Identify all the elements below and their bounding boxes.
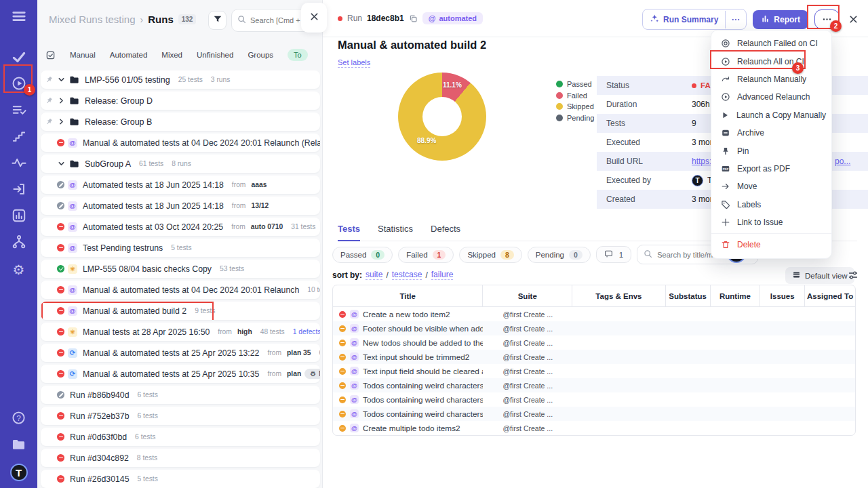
sort-by-failure[interactable]: failure (431, 270, 454, 280)
runs-tab-mixed[interactable]: Mixed (161, 51, 182, 59)
sidebar-item-milestones[interactable] (0, 129, 37, 146)
report-button[interactable]: Report (753, 10, 808, 29)
chevron-right-icon[interactable] (57, 117, 66, 126)
menu-item-relaunch-failed-on-ci[interactable]: Relaunch Failed on CI (711, 35, 831, 52)
sidebar-item-import[interactable] (0, 182, 37, 199)
filter-button[interactable] (208, 11, 226, 30)
tab-tests[interactable]: Tests (338, 224, 360, 241)
run-row[interactable]: @Automated tests at 18 Jun 2025 14:18fro… (41, 176, 320, 194)
run-row[interactable]: ⟳Manual & automated tests at 25 Apr 2025… (41, 344, 320, 362)
column-settings-icon[interactable] (848, 270, 859, 283)
select-all-icon[interactable] (45, 50, 56, 60)
run-row[interactable]: ✳Manual tests at 28 Apr 2025 16:50fromhi… (41, 323, 320, 341)
menu-item-archive[interactable]: Archive (711, 124, 831, 142)
run-group-row[interactable]: LMP-556 01/05 testing25 tests3 runs (41, 70, 320, 89)
menu-item-link-to-issue[interactable]: Link to Issue (711, 214, 831, 231)
column-header-suite[interactable]: Suite (483, 285, 572, 306)
chevron-right-icon[interactable] (57, 96, 66, 105)
run-row[interactable]: @Automated tests at 18 Jun 2025 14:18fro… (41, 197, 320, 215)
menu-item-labels[interactable]: Labels (711, 196, 831, 214)
breadcrumb-section[interactable]: Runs (148, 14, 174, 25)
column-header-title[interactable]: Title (333, 285, 483, 306)
run-row[interactable]: @Manual & automated tests at 04 Dec 2024… (41, 281, 320, 299)
column-header-assigned-to[interactable]: Assigned To (805, 285, 855, 306)
menu-item-move[interactable]: Move (711, 178, 831, 195)
table-row[interactable]: @Todos containing weird characters2@firs… (333, 407, 855, 421)
sort-by-suite[interactable]: suite (366, 270, 382, 280)
menu-item-pin[interactable]: Pin (711, 142, 831, 159)
run-row[interactable]: Run #b86b940d6 tests (41, 386, 320, 404)
runs-tab-manual[interactable]: Manual (70, 51, 96, 59)
table-row[interactable]: @Todos containing weird characters2@firs… (333, 378, 855, 392)
sidebar-item-menu[interactable] (0, 9, 37, 26)
chip-pending[interactable]: Pending0 (528, 247, 591, 263)
column-header-substatus[interactable]: Substatus (666, 285, 711, 306)
run-row[interactable]: @Automated tests at 03 Oct 2024 20:25fro… (41, 218, 320, 236)
tab-statistics[interactable]: Statistics (378, 224, 413, 241)
menu-item-relaunch-manually[interactable]: Relaunch Manually (711, 70, 831, 88)
menu-item-advanced-relaunch[interactable]: Advanced Relaunch (711, 88, 831, 106)
menu-item-relaunch-all-on-ci[interactable]: Relaunch All on CI (711, 52, 831, 70)
table-row[interactable]: @New todos should be added to the bottom… (333, 336, 855, 350)
menu-item-export-as-pdf[interactable]: PDFExport as PDF (711, 160, 831, 178)
suite-cell: @first Create ... (483, 382, 572, 390)
table-row[interactable]: @Text input field should be cleared afte… (333, 364, 855, 378)
sidebar-item-settings[interactable]: ⚙ (0, 262, 37, 278)
workspace-avatar[interactable]: T (10, 464, 28, 481)
run-summary-more-button[interactable] (725, 11, 746, 28)
menu-item-delete[interactable]: Delete (711, 236, 831, 253)
breadcrumb-project[interactable]: Mixed Runs testing (49, 14, 136, 25)
run-row[interactable]: ✳LMP-555 08/04 basic checks Copy53 tests (41, 260, 320, 278)
run-row[interactable]: @Test Pending testruns5 tests (41, 239, 320, 257)
table-row[interactable]: @Create a new todo item2@first Create ..… (333, 307, 855, 321)
menu-item-launch-a-copy-manually[interactable]: Launch a Copy Manually (711, 106, 831, 124)
chip-passed[interactable]: Passed0 (332, 247, 393, 263)
chip-skipped[interactable]: Skipped8 (459, 247, 521, 263)
runs-search-input[interactable] (250, 16, 308, 24)
table-row[interactable]: @Todos containing weird characters2@firs… (333, 392, 855, 407)
table-row[interactable]: @Footer should be visible when adding TO… (333, 321, 855, 336)
sort-by-testcase[interactable]: testcase (392, 270, 422, 280)
tab-defects[interactable]: Defects (431, 224, 460, 241)
copy-icon[interactable] (409, 14, 418, 23)
build-url-link-end[interactable]: po... (835, 157, 850, 166)
run-row[interactable]: @Manual & automated build 29 tests (41, 302, 320, 320)
run-row[interactable]: Run #26d301455 tests (41, 470, 320, 488)
run-row[interactable]: @Manual & automated tests at 04 Dec 2024… (41, 134, 320, 152)
chevron-down-icon[interactable] (57, 159, 66, 168)
run-group-row[interactable]: Release: Group B (41, 113, 320, 131)
column-header-runtime[interactable]: Runtime (711, 285, 761, 306)
set-labels-link[interactable]: Set labels (338, 58, 370, 68)
sidebar-item-test-plans[interactable] (0, 103, 37, 119)
column-header-tags-envs[interactable]: Tags & Envs (572, 285, 666, 306)
comments-chip[interactable]: 1 (596, 246, 631, 263)
panel-close-button[interactable] (301, 3, 327, 33)
sidebar-item-help[interactable]: ? (12, 411, 26, 428)
run-row[interactable]: Run #d304c8928 tests (41, 449, 320, 467)
runs-tab-groups[interactable]: Groups (248, 51, 273, 59)
runs-tab-unfinished[interactable]: Unfinished (197, 51, 233, 59)
run-group-row[interactable]: Release: Group D (41, 92, 320, 110)
column-header-issues[interactable]: Issues (760, 285, 805, 306)
sidebar-item-tasks[interactable] (0, 50, 37, 66)
chip-failed[interactable]: Failed1 (398, 247, 454, 263)
sidebar-item-projects[interactable] (12, 437, 26, 454)
detail-close-icon[interactable] (848, 14, 859, 24)
run-row[interactable]: Run #0d63f0bd6 tests (41, 428, 320, 446)
run-summary-button[interactable]: Run Summary (642, 9, 747, 30)
runs-tab-automated[interactable]: Automated (110, 51, 148, 59)
table-row[interactable]: @Text input should be trimmed2@first Cre… (333, 350, 855, 364)
run-row[interactable]: ⟳Manual & automated tests at 25 Apr 2025… (41, 365, 320, 383)
default-view-button[interactable]: Default view (785, 267, 854, 284)
run-group-row[interactable]: SubGroup A61 tests8 runs (41, 155, 320, 173)
table-row[interactable]: @Create multiple todo items2@first Creat… (333, 421, 855, 435)
sidebar-item-activity[interactable] (0, 156, 37, 172)
from-label: from (218, 328, 232, 336)
runs-tab-pill[interactable]: To (288, 49, 308, 61)
chevron-down-icon[interactable] (57, 75, 66, 84)
from-value: auto 0710 (251, 223, 283, 230)
defects-link[interactable]: 1 defects (293, 328, 320, 336)
sidebar-item-branches[interactable] (0, 235, 37, 251)
sidebar-item-analytics[interactable] (0, 209, 37, 225)
run-row[interactable]: Run #752eb37b6 tests (41, 407, 320, 425)
